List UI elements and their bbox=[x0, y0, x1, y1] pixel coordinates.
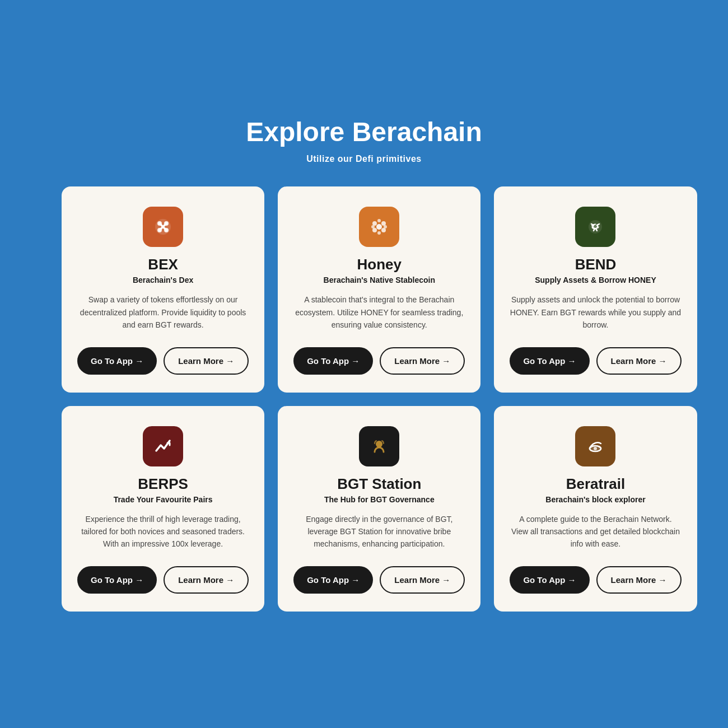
card-bend: BEND Supply Assets & Borrow HONEY Supply… bbox=[494, 186, 697, 392]
berps-subtitle: Trade Your Favourite Pairs bbox=[114, 495, 213, 504]
svg-point-10 bbox=[377, 231, 381, 235]
svg-point-1 bbox=[164, 228, 169, 232]
svg-point-16 bbox=[594, 447, 597, 450]
bex-icon bbox=[143, 207, 183, 247]
card-bgt: BGT Station The Hub for BGT Governance E… bbox=[278, 406, 480, 612]
bgt-learn-more-button[interactable]: Learn More → bbox=[380, 566, 465, 594]
svg-point-8 bbox=[381, 228, 386, 232]
svg-point-12 bbox=[384, 225, 387, 228]
bgt-buttons: Go To App → Learn More → bbox=[293, 566, 465, 594]
honey-icon bbox=[359, 207, 399, 247]
bend-buttons: Go To App → Learn More → bbox=[510, 347, 681, 375]
berps-buttons: Go To App → Learn More → bbox=[77, 566, 249, 594]
beratrail-description: A complete guide to the Berachain Networ… bbox=[510, 513, 681, 550]
page-subtitle: Utilize our Defi primitives bbox=[246, 154, 482, 164]
bend-subtitle: Supply Assets & Borrow HONEY bbox=[535, 276, 656, 284]
bend-icon bbox=[575, 207, 615, 247]
bend-description: Supply assets and unlock the potential t… bbox=[510, 293, 681, 331]
bgt-title: BGT Station bbox=[337, 475, 421, 493]
beratrail-buttons: Go To App → Learn More → bbox=[510, 566, 681, 594]
bend-go-to-app-button[interactable]: Go To App → bbox=[510, 347, 589, 375]
beratrail-go-to-app-button[interactable]: Go To App → bbox=[510, 566, 589, 594]
svg-point-6 bbox=[381, 221, 386, 226]
honey-subtitle: Berachain's Native Stablecoin bbox=[324, 276, 435, 284]
beratrail-subtitle: Berachain's block explorer bbox=[545, 495, 645, 504]
card-bex: BEX Berachain's Dex Swap a variety of to… bbox=[62, 186, 264, 392]
bex-title: BEX bbox=[148, 256, 178, 273]
svg-point-11 bbox=[371, 225, 375, 228]
svg-point-2 bbox=[164, 221, 169, 226]
card-beratrail: Beratrail Berachain's block explorer A c… bbox=[494, 406, 697, 612]
app-grid: BEX Berachain's Dex Swap a variety of to… bbox=[62, 186, 666, 611]
beratrail-learn-more-button[interactable]: Learn More → bbox=[596, 566, 682, 594]
page-header: Explore Berachain Utilize our Defi primi… bbox=[246, 116, 482, 164]
card-honey: Honey Berachain's Native Stablecoin A st… bbox=[278, 186, 480, 392]
honey-title: Honey bbox=[357, 256, 402, 273]
page-title: Explore Berachain bbox=[246, 116, 482, 147]
honey-buttons: Go To App → Learn More → bbox=[293, 347, 465, 375]
svg-point-7 bbox=[372, 228, 377, 232]
berps-icon bbox=[143, 426, 183, 466]
svg-point-5 bbox=[372, 221, 377, 226]
bex-go-to-app-button[interactable]: Go To App → bbox=[77, 347, 157, 375]
card-berps: BERPS Trade Your Favourite Pairs Experie… bbox=[62, 406, 264, 612]
berps-learn-more-button[interactable]: Learn More → bbox=[164, 566, 249, 594]
bgt-subtitle: The Hub for BGT Governance bbox=[324, 495, 435, 504]
bend-learn-more-button[interactable]: Learn More → bbox=[596, 347, 682, 375]
berps-title: BERPS bbox=[138, 475, 188, 493]
bgt-icon bbox=[359, 426, 399, 466]
beratrail-icon bbox=[575, 426, 615, 466]
beratrail-title: Beratrail bbox=[566, 475, 626, 493]
bex-buttons: Go To App → Learn More → bbox=[77, 347, 249, 375]
honey-description: A stablecoin that's integral to the Bera… bbox=[293, 293, 465, 331]
svg-point-3 bbox=[157, 228, 162, 232]
honey-learn-more-button[interactable]: Learn More → bbox=[380, 347, 465, 375]
bex-description: Swap a variety of tokens effortlessly on… bbox=[77, 293, 249, 331]
bgt-go-to-app-button[interactable]: Go To App → bbox=[293, 566, 373, 594]
berps-go-to-app-button[interactable]: Go To App → bbox=[77, 566, 157, 594]
bex-subtitle: Berachain's Dex bbox=[133, 276, 193, 284]
bex-learn-more-button[interactable]: Learn More → bbox=[164, 347, 249, 375]
svg-point-0 bbox=[157, 221, 162, 226]
svg-point-13 bbox=[376, 441, 382, 447]
honey-go-to-app-button[interactable]: Go To App → bbox=[293, 347, 373, 375]
berps-description: Experience the thrill of high leverage t… bbox=[77, 513, 249, 550]
svg-point-4 bbox=[376, 224, 382, 230]
svg-point-9 bbox=[377, 219, 381, 222]
bgt-description: Engage directly in the governance of BGT… bbox=[293, 513, 465, 550]
bend-title: BEND bbox=[575, 256, 617, 273]
